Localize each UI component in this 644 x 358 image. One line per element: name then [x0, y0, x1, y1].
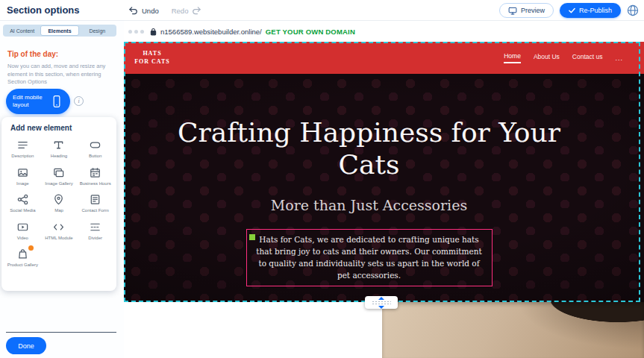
globe-icon[interactable]: [627, 4, 639, 16]
section-resize-handle[interactable]: [365, 296, 398, 309]
element-item-html-module[interactable]: HTML Module: [41, 221, 78, 242]
info-icon[interactable]: i: [74, 96, 84, 106]
element-drag-handle[interactable]: [249, 234, 255, 240]
nav-more-menu[interactable]: ...: [615, 54, 623, 62]
button-icon: [89, 139, 101, 151]
next-section-image: [382, 302, 644, 358]
social-media-icon: [16, 193, 29, 206]
add-element-panel: Add new element Description Heading Butt…: [1, 117, 116, 291]
image-gallery-icon: [52, 166, 65, 179]
sidebar-tabs: AI Content Elements Design: [3, 25, 116, 37]
hero-paragraph-text: Hats for Cats, we are dedicated to craft…: [256, 235, 481, 279]
check-icon: [569, 7, 575, 13]
element-grid: Description Heading Button Image Image G…: [1, 132, 116, 268]
preview-address-bar: n1566589.websitebuilder.online/ GET YOUR…: [124, 21, 644, 42]
undo-button[interactable]: Undo: [142, 7, 159, 15]
element-item-label: HTML Module: [45, 236, 72, 242]
element-item-heading[interactable]: Heading: [41, 139, 78, 160]
edit-mobile-layout-button[interactable]: Edit mobile layout: [6, 89, 70, 114]
sidebar-panel: AI Content Elements Design Tip of the da…: [0, 21, 124, 358]
tip-of-day-body: Now you can add, move and resize any ele…: [7, 63, 112, 87]
element-item-description[interactable]: Description: [4, 139, 41, 160]
element-item-label: Contact Form: [81, 208, 108, 214]
site-logo[interactable]: HATS FOR CATS: [134, 50, 170, 66]
element-item-label: Product Gallery: [7, 263, 38, 268]
lock-icon: [150, 28, 157, 36]
element-item-social-media[interactable]: Social Media: [4, 193, 41, 214]
element-item-button[interactable]: Button: [77, 139, 113, 160]
republish-label: Re-Publish: [579, 7, 612, 14]
hero-paragraph[interactable]: Hats for Cats, we are dedicated to craft…: [246, 229, 493, 286]
element-item-map[interactable]: Map: [41, 193, 78, 214]
map-icon: [52, 193, 65, 206]
get-domain-link[interactable]: GET YOUR OWN DOMAIN: [266, 28, 355, 36]
element-item-divider[interactable]: Divider: [77, 221, 113, 242]
contact-form-icon: [89, 193, 101, 206]
preview-label: Preview: [521, 7, 545, 14]
element-item-contact-form[interactable]: Contact Form: [77, 193, 113, 214]
window-dot: [128, 30, 132, 34]
hero-subheading[interactable]: More than Just Accessories: [271, 197, 467, 213]
hero-heading[interactable]: Crafting Happiness for Your Cats: [175, 116, 563, 180]
image-icon: [16, 166, 29, 179]
element-item-label: Map: [54, 208, 63, 214]
edit-mobile-layout-label: Edit mobile layout: [13, 94, 47, 109]
element-item-image-gallery[interactable]: Image Gallery: [41, 166, 78, 187]
element-item-label: Button: [89, 154, 101, 160]
monitor-icon: [508, 7, 517, 15]
element-item-label: Image: [16, 181, 29, 187]
nav-about-us[interactable]: About Us: [534, 53, 560, 63]
chevron-down-icon: [378, 306, 384, 309]
site-url: n1566589.websitebuilder.online/: [160, 28, 262, 36]
element-item-label: Image Gallery: [45, 181, 72, 187]
drag-dots: [372, 301, 391, 305]
top-toolbar: Section options Undo Redo Preview Re-Pub…: [0, 0, 644, 21]
done-button[interactable]: Done: [6, 337, 46, 354]
element-item-label: Divider: [88, 236, 102, 242]
history-controls: Undo Redo: [128, 0, 201, 21]
description-icon: [16, 139, 29, 151]
tab-ai-content[interactable]: AI Content: [4, 25, 40, 36]
nav-home[interactable]: Home: [504, 52, 521, 63]
html-module-icon: [52, 221, 65, 233]
preview-button[interactable]: Preview: [499, 3, 554, 18]
element-item-label: Heading: [51, 154, 67, 160]
site-header: HATS FOR CATS Home About Us Contact us .…: [124, 42, 644, 74]
window-controls: [128, 30, 144, 34]
element-item-label: Description: [11, 154, 34, 160]
tab-elements[interactable]: Elements: [40, 25, 78, 36]
video-icon: [16, 221, 29, 233]
window-dot: [134, 30, 138, 34]
page-title: Section options: [7, 4, 80, 16]
element-item-business-hours[interactable]: Business Hours: [77, 166, 113, 187]
redo-button[interactable]: Redo: [172, 7, 189, 15]
undo-icon[interactable]: [128, 7, 138, 15]
business-hours-icon: [89, 166, 101, 179]
element-item-label: Business Hours: [80, 181, 111, 187]
nav-contact-us[interactable]: Contact us: [572, 53, 603, 63]
phone-icon: [52, 95, 61, 108]
element-item-label: Video: [17, 236, 28, 242]
republish-button[interactable]: Re-Publish: [560, 3, 621, 18]
tab-design[interactable]: Design: [79, 25, 116, 36]
tip-of-day-title: Tip of the day:: [7, 50, 58, 58]
element-item-image[interactable]: Image: [4, 166, 41, 187]
website-builder-app: Section options Undo Redo Preview Re-Pub…: [0, 0, 644, 358]
element-item-label: Social Media: [10, 208, 35, 214]
window-dot: [140, 30, 144, 34]
new-feature-badge: [28, 245, 34, 251]
redo-icon[interactable]: [192, 7, 201, 15]
sidebar-divider: [6, 332, 116, 333]
heading-icon: [52, 139, 65, 151]
topbar-actions: Preview Re-Publish: [499, 3, 639, 18]
add-element-title: Add new element: [1, 124, 116, 132]
element-item-product-gallery[interactable]: Product Gallery: [4, 248, 41, 268]
element-item-video[interactable]: Video: [4, 221, 41, 242]
product-gallery-icon: [16, 248, 29, 260]
chevron-up-icon: [378, 297, 384, 300]
site-preview: HATS FOR CATS Home About Us Contact us .…: [124, 42, 644, 358]
divider-icon: [89, 221, 101, 233]
hero-section: Crafting Happiness for Your Cats More th…: [124, 74, 644, 302]
site-nav: Home About Us Contact us ...: [504, 52, 623, 63]
